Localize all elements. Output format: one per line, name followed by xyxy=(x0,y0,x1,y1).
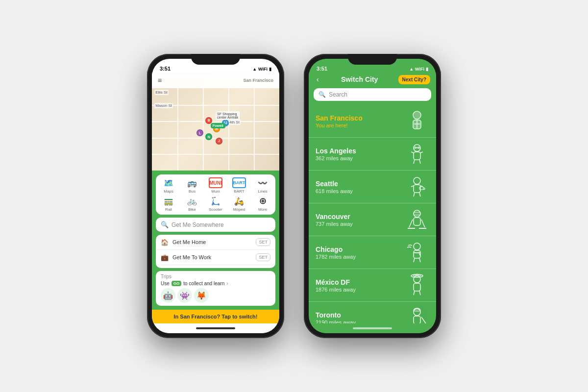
svg-line-26 xyxy=(421,220,425,227)
mascot-chicago xyxy=(405,240,429,265)
city-item-vancouver[interactable]: Vancouver 737 miles away xyxy=(309,203,436,236)
city-name-la: Los Angeles xyxy=(316,147,405,155)
moped-label: Moped xyxy=(233,207,245,212)
get-somewhere-bar[interactable]: 🔍 Get Me Somewhere xyxy=(156,218,275,232)
street-label-1: Ellis St xyxy=(154,90,168,95)
city-name-mexico: México DF xyxy=(316,278,405,286)
road-v3 xyxy=(228,88,229,171)
svg-rect-24 xyxy=(414,218,420,225)
transport-grid: 🗺️ Maps 🚌 Bus MUNI Muni BART BART 〰️ xyxy=(156,174,275,215)
quick-nav: 🏠 Get Me Home SET 💼 Get Me To Work SET 🕐… xyxy=(156,235,275,268)
city-item-mexico[interactable]: México DF 1876 miles away xyxy=(309,269,436,302)
trips-text: Use xyxy=(161,281,170,286)
city-item-sf[interactable]: San Francisco You are here! xyxy=(309,105,436,138)
bart-label: BART xyxy=(234,189,244,194)
street-label-3: Mason St xyxy=(154,103,173,108)
city-dist-vancouver: 737 miles away xyxy=(316,221,405,227)
lines-icon: 〰️ xyxy=(256,177,270,188)
svg-rect-21 xyxy=(419,187,423,190)
back-button[interactable]: ‹ xyxy=(315,74,321,84)
transport-bart[interactable]: BART BART xyxy=(228,177,250,194)
svg-point-35 xyxy=(414,274,416,276)
mascot-vancouver xyxy=(405,207,429,232)
notch-right xyxy=(348,54,397,65)
signal-icon-right: ▲ xyxy=(409,67,414,72)
street-label-2: 4th St xyxy=(228,120,241,125)
svg-line-10 xyxy=(414,160,415,164)
transport-moped[interactable]: 🛵 Moped xyxy=(228,196,250,212)
transport-scooter[interactable]: 🛴 Scooter xyxy=(205,196,226,212)
city-info-chicago: Chicago 1782 miles away xyxy=(316,245,405,260)
transport-lines[interactable]: 〰️ Lines xyxy=(252,177,273,194)
avatar-1: 🤖 xyxy=(161,288,175,303)
transport-muni[interactable]: MUNI Muni xyxy=(205,177,226,194)
rail-icon: 🚃 xyxy=(162,196,175,206)
city-name-sf: San Francisco xyxy=(316,114,405,122)
bike-label: Bike xyxy=(188,207,196,212)
trips-avatars: 🤖 👾 🦊 xyxy=(161,288,270,303)
transit-pin-3: L xyxy=(196,129,203,136)
city-item-la[interactable]: Los Angeles 362 miles away xyxy=(309,138,436,171)
transport-bus[interactable]: 🚌 Bus xyxy=(181,177,203,194)
hamburger-icon[interactable]: ≡ xyxy=(158,76,162,84)
transport-bike[interactable]: 🚲 Bike xyxy=(181,196,203,212)
road-v1 xyxy=(177,88,178,171)
transit-pin-4: J xyxy=(216,138,222,145)
svg-rect-13 xyxy=(417,147,420,148)
mascot-sf xyxy=(405,109,429,133)
city-search-bar[interactable]: 🔍 Search xyxy=(314,88,431,101)
bottom-panel: 🗺️ Maps 🚌 Bus MUNI Muni BART BART 〰️ xyxy=(152,171,279,310)
avatar-3: 🦊 xyxy=(194,288,209,303)
powell-marker: Powell xyxy=(211,123,225,128)
svg-line-8 xyxy=(420,152,423,153)
home-bar-right xyxy=(353,327,392,329)
svg-line-40 xyxy=(419,291,420,295)
city-here-sf: You are here! xyxy=(316,122,405,128)
svg-rect-12 xyxy=(414,147,416,148)
svg-line-11 xyxy=(419,160,420,164)
svg-rect-38 xyxy=(414,283,420,291)
transport-maps[interactable]: 🗺️ Maps xyxy=(158,177,179,194)
city-item-toronto[interactable]: Toronto 2190 miles away xyxy=(309,302,436,323)
shopping-label: SF Shoppingcenter Amtrak xyxy=(216,111,240,120)
battery-icon-right: ▮ xyxy=(426,67,428,72)
transport-more[interactable]: ⊕ More xyxy=(252,196,273,212)
sample-place-item[interactable]: 🕐 Powell St. (sample place) ... xyxy=(156,265,275,268)
search-icon-left: 🔍 xyxy=(161,221,169,228)
get-somewhere-label: Get Me Somewhere xyxy=(172,221,224,228)
home-indicator-left xyxy=(152,323,279,333)
city-dist-mexico: 1876 miles away xyxy=(316,287,405,293)
get-home-item[interactable]: 🏠 Get Me Home SET xyxy=(156,235,275,250)
city-name-chicago: Chicago xyxy=(316,245,405,253)
switch-city-title: Switch City xyxy=(341,75,378,83)
map-area[interactable]: ≡ San Francisco Ellis St 4th St Mason St xyxy=(152,73,279,171)
time-left: 3:51 xyxy=(160,66,171,72)
more-label: More xyxy=(258,207,267,212)
moped-icon: 🛵 xyxy=(232,196,246,206)
city-item-seattle[interactable]: Seattle 618 miles away xyxy=(309,171,436,203)
trips-content[interactable]: Use GO to collect and learn › xyxy=(161,281,270,286)
bart-icon: BART xyxy=(232,177,246,188)
mascot-seattle xyxy=(405,174,429,199)
transport-rail[interactable]: 🚃 Rail xyxy=(158,196,179,212)
maps-label: Maps xyxy=(164,189,173,194)
mascot-mexico xyxy=(405,273,429,297)
city-name-vancouver: Vancouver xyxy=(316,213,405,220)
road-v4 xyxy=(254,88,255,171)
work-set-btn[interactable]: SET xyxy=(256,253,270,261)
svg-line-19 xyxy=(414,193,415,196)
svg-rect-23 xyxy=(414,212,420,215)
svg-rect-7 xyxy=(414,152,420,160)
city-item-chicago[interactable]: Chicago 1782 miles away xyxy=(309,236,436,269)
scooter-label: Scooter xyxy=(209,207,222,212)
home-set-btn[interactable]: SET xyxy=(256,238,270,246)
svg-line-46 xyxy=(421,317,427,323)
right-phone: 3:51 ▲ WiFi ▮ ‹ Switch City Next City? 🔍… xyxy=(304,54,441,338)
home-bar-left xyxy=(196,327,235,329)
bottom-banner[interactable]: In San Francisco? Tap to switch! xyxy=(152,310,279,323)
time-right: 3:51 xyxy=(317,66,327,72)
get-work-item[interactable]: 💼 Get Me To Work SET xyxy=(156,250,275,265)
next-city-button[interactable]: Next City? xyxy=(398,75,430,84)
svg-rect-43 xyxy=(414,316,420,323)
bus-label: Bus xyxy=(189,189,196,194)
